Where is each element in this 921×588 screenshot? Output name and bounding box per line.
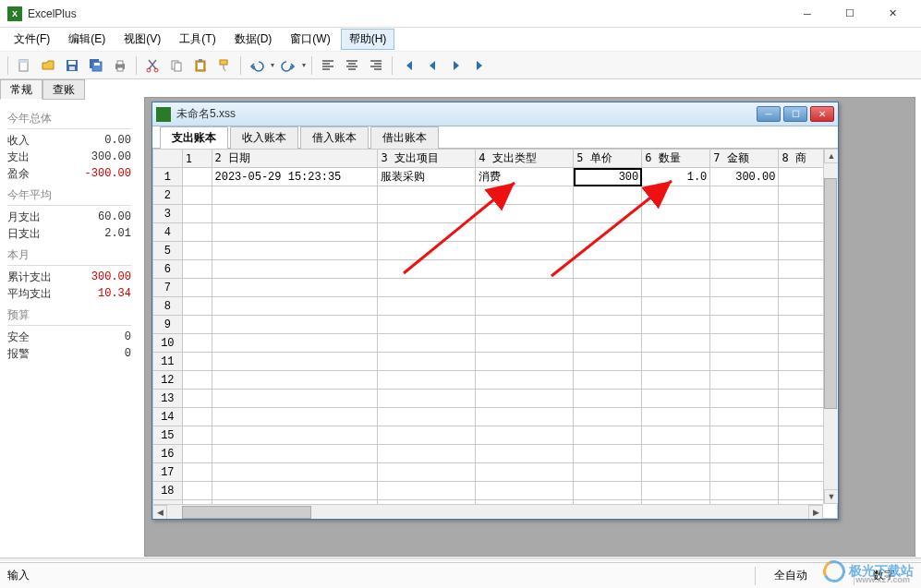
undo-dropdown[interactable] — [269, 61, 276, 69]
cell[interactable] — [642, 426, 710, 445]
cell[interactable] — [710, 260, 779, 279]
cell[interactable] — [182, 334, 212, 353]
cell[interactable] — [574, 242, 642, 260]
row-header[interactable]: 8 — [153, 297, 183, 316]
nav-next-icon[interactable] — [445, 54, 467, 77]
cell[interactable] — [182, 297, 212, 316]
cell[interactable] — [476, 390, 574, 408]
sheet-corner[interactable] — [153, 150, 183, 168]
cell[interactable] — [710, 223, 779, 242]
nav-prev-icon[interactable] — [421, 54, 443, 77]
cell[interactable] — [378, 260, 476, 279]
cell[interactable]: 消费 — [476, 168, 574, 186]
col-header-date[interactable]: 2 日期 — [212, 150, 378, 168]
cell[interactable] — [182, 482, 212, 500]
window-maximize-button[interactable]: ☐ — [829, 0, 871, 28]
scroll-down-icon[interactable]: ▼ — [824, 489, 838, 504]
cell[interactable]: 1.0 — [642, 168, 710, 186]
row-header[interactable]: 12 — [153, 371, 183, 390]
cell[interactable] — [182, 168, 212, 186]
cell[interactable] — [212, 223, 378, 242]
cell[interactable] — [642, 334, 710, 353]
cell[interactable] — [212, 279, 378, 297]
cell[interactable] — [642, 482, 710, 500]
ledger-tab-0[interactable]: 支出账本 — [160, 126, 228, 149]
cell[interactable] — [378, 426, 476, 445]
cell[interactable] — [182, 316, 212, 334]
menu-3[interactable]: 工具(T) — [171, 29, 224, 50]
cell[interactable] — [476, 205, 574, 223]
cell[interactable] — [574, 390, 642, 408]
cell[interactable] — [182, 390, 212, 408]
cell[interactable] — [642, 279, 710, 297]
cell[interactable] — [642, 316, 710, 334]
cell[interactable] — [476, 242, 574, 260]
cell[interactable] — [212, 205, 378, 223]
col-header-item[interactable]: 3 支出项目 — [378, 150, 476, 168]
cell[interactable] — [378, 223, 476, 242]
cell[interactable] — [710, 242, 779, 260]
col-header-amt[interactable]: 7 金额 — [710, 150, 779, 168]
cell[interactable] — [182, 223, 212, 242]
redo-icon[interactable] — [277, 54, 299, 77]
cell[interactable] — [574, 297, 642, 316]
saveall-icon[interactable] — [85, 54, 107, 77]
cell[interactable] — [378, 463, 476, 482]
paste-icon[interactable] — [189, 54, 212, 77]
cell[interactable] — [574, 408, 642, 426]
cell[interactable] — [574, 186, 642, 205]
cell[interactable] — [212, 242, 378, 260]
row-header[interactable]: 15 — [153, 426, 183, 445]
ledger-tab-1[interactable]: 收入账本 — [230, 126, 298, 149]
cell[interactable] — [710, 482, 779, 500]
cell[interactable] — [182, 242, 212, 260]
horizontal-scrollbar[interactable]: ◀ ▶ — [152, 504, 823, 519]
cell[interactable] — [476, 353, 574, 371]
cell[interactable] — [642, 242, 710, 260]
row-header[interactable]: 7 — [153, 279, 183, 297]
cell[interactable] — [476, 297, 574, 316]
cell[interactable] — [710, 353, 779, 371]
cell[interactable] — [182, 353, 212, 371]
cell[interactable] — [212, 371, 378, 390]
scroll-left-icon[interactable]: ◀ — [152, 505, 167, 520]
cell[interactable] — [378, 186, 476, 205]
menu-6[interactable]: 帮助(H) — [341, 29, 395, 50]
cell[interactable] — [710, 279, 779, 297]
cell[interactable] — [378, 445, 476, 463]
cell[interactable] — [574, 371, 642, 390]
cell[interactable] — [476, 426, 574, 445]
nav-last-icon[interactable] — [469, 54, 491, 77]
row-header[interactable]: 18 — [153, 482, 183, 500]
cell[interactable] — [642, 408, 710, 426]
cell[interactable] — [212, 463, 378, 482]
cell[interactable] — [182, 186, 212, 205]
menu-2[interactable]: 视图(V) — [115, 29, 169, 50]
scroll-up-icon[interactable]: ▲ — [824, 149, 838, 163]
cell[interactable] — [378, 279, 476, 297]
cell[interactable] — [574, 353, 642, 371]
cell[interactable] — [642, 463, 710, 482]
cell[interactable] — [378, 297, 476, 316]
print-icon[interactable] — [109, 54, 131, 77]
cell[interactable] — [182, 408, 212, 426]
cell[interactable] — [182, 205, 212, 223]
ledger-tab-2[interactable]: 借入账本 — [300, 126, 369, 149]
row-header[interactable]: 9 — [153, 316, 183, 334]
row-header[interactable]: 17 — [153, 463, 183, 482]
cell[interactable] — [182, 426, 212, 445]
cell[interactable] — [574, 463, 642, 482]
side-tab-0[interactable]: 常规 — [0, 79, 42, 100]
cell[interactable] — [212, 482, 378, 500]
cell[interactable] — [574, 260, 642, 279]
row-header[interactable]: 6 — [153, 260, 183, 279]
child-maximize-button[interactable]: ☐ — [783, 106, 807, 122]
row-header[interactable]: 1 — [153, 168, 183, 186]
cell[interactable] — [476, 223, 574, 242]
cell[interactable] — [642, 371, 710, 390]
child-minimize-button[interactable]: ─ — [757, 106, 781, 122]
cell[interactable] — [574, 223, 642, 242]
cell[interactable] — [710, 426, 779, 445]
cell[interactable] — [476, 482, 574, 500]
cell[interactable] — [182, 260, 212, 279]
